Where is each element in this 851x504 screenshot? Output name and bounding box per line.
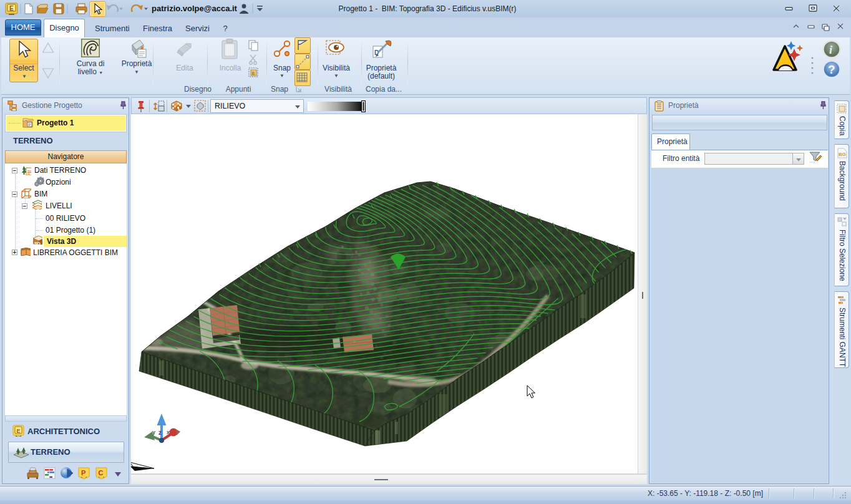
svg-text:C: C — [99, 469, 104, 477]
svg-text:E: E — [17, 428, 21, 434]
svg-text:P: P — [81, 469, 85, 477]
svg-text:E: E — [9, 5, 14, 12]
svg-text:i: i — [829, 44, 832, 56]
svg-text:z: z — [158, 429, 162, 436]
svg-text:y: y — [152, 429, 155, 435]
svg-text:x: x — [167, 429, 170, 435]
svg-text:BG: BG — [839, 152, 846, 157]
svg-text:?: ? — [828, 63, 835, 76]
svg-text:P: P — [29, 123, 31, 127]
svg-text:3D: 3D — [34, 241, 41, 245]
